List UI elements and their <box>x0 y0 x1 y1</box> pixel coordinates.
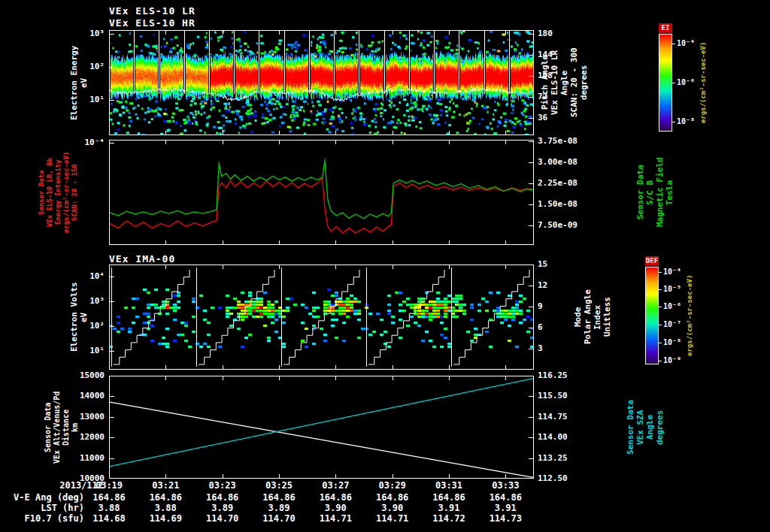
table-value: 3.91 <box>484 503 526 513</box>
time-tick-label: 03:31 <box>430 481 468 491</box>
table-row-label: LST (hr) <box>14 503 84 513</box>
table-value: 164.86 <box>314 493 356 503</box>
colorbar-tick-label: 10⁻⁹ <box>663 356 681 365</box>
axis-tick-label: 11000 <box>64 454 105 463</box>
table-value: 114.71 <box>314 514 356 524</box>
panel1-title-line1: VEx ELS-10 LR <box>109 5 196 17</box>
colorbar-tick-mark <box>659 307 662 307</box>
ima-spectrogram-canvas <box>109 264 534 370</box>
axis-tick-label: 36 <box>538 113 547 122</box>
table-value: 164.86 <box>144 493 186 503</box>
table-value: 3.88 <box>144 503 186 513</box>
axis-tick-label: 15000 <box>64 371 105 380</box>
table-value: 114.72 <box>428 514 470 524</box>
table-value: 164.86 <box>88 493 130 503</box>
colorbar-tick-label: 10⁻⁶ <box>677 78 695 87</box>
axis-tick-label: 115.50 <box>538 391 568 401</box>
axis-tick-label: 3.00e-08 <box>538 158 578 167</box>
axis-tick-label: 12000 <box>64 433 105 442</box>
table-value: 3.88 <box>88 503 130 513</box>
axis-tick-label: 12 <box>538 281 547 290</box>
axis-tick-label: 15 <box>538 260 547 269</box>
table-value: 164.86 <box>202 493 244 503</box>
axis-tick-label: 108 <box>538 71 553 80</box>
vex-tplot-display: VEx ELS-10 LR VEx ELS-10 HR VEx IMA-00 E… <box>0 0 770 532</box>
colorbar-tick-label: 10⁻⁷ <box>663 320 681 329</box>
axis-tick-label: 10¹ <box>64 95 105 104</box>
axis-tick-label: 3.75e-08 <box>538 137 578 146</box>
axis-tick-label: 10² <box>64 322 105 331</box>
colorbar2 <box>645 267 659 364</box>
table-value: 3.89 <box>258 503 300 513</box>
intensity-bfield-canvas <box>109 140 534 245</box>
axis-tick-label: 10³ <box>64 297 105 306</box>
table-value: 164.86 <box>428 493 470 503</box>
table-value: 164.86 <box>484 493 526 503</box>
time-tick-label: 03:21 <box>147 481 184 491</box>
table-value: 3.90 <box>314 503 356 513</box>
colorbar-tick-label: 10⁻⁸ <box>663 338 681 347</box>
colorbar-tick-mark <box>659 289 662 290</box>
colorbar-tick-mark <box>659 325 662 325</box>
table-row-label: F10.7 (sfu) <box>14 514 84 524</box>
colorbar-tick-label: 10⁻⁴ <box>677 39 695 48</box>
table-value: 114.69 <box>144 514 186 524</box>
axis-tick-label: 10⁻⁴ <box>64 138 105 147</box>
axis-tick-label: 13000 <box>64 413 105 422</box>
time-tick-label: 03:27 <box>317 481 354 491</box>
axis-tick-label: 6 <box>538 323 543 332</box>
colorbar-tick-mark <box>672 122 675 122</box>
ima-spectrogram-panel <box>109 264 534 370</box>
axis-tick-label: 10² <box>64 62 105 71</box>
p2-left-axis-label: Sensor DataVEx ELS-10 LR, BkEnergy Inten… <box>38 140 79 245</box>
table-value: 3.91 <box>428 503 470 513</box>
colorbar-tick-mark <box>672 83 675 83</box>
colorbar2-header: DEF <box>645 256 659 266</box>
table-value: 164.86 <box>371 493 414 503</box>
table-value: 3.89 <box>202 503 244 513</box>
colorbar1-header: EI <box>659 23 672 33</box>
p4-right-axis-label: Sensor DataVEx SZAAngledegrees <box>626 376 665 479</box>
time-tick-label: 03:29 <box>374 481 411 491</box>
axis-tick-label: 116.25 <box>538 371 568 380</box>
colorbar-tick-label: 10⁻⁶ <box>663 302 681 311</box>
intensity-bfield-panel <box>109 140 534 245</box>
axis-tick-label: 3 <box>538 344 543 353</box>
table-value: 114.70 <box>202 514 244 524</box>
altitude-sza-panel <box>109 376 534 479</box>
axis-tick-label: 1.50e-08 <box>538 200 578 209</box>
p1-left-axis-label: Electron EnergyeV <box>69 30 89 135</box>
colorbar-tick-label: 10⁻⁵ <box>663 285 681 294</box>
panel1-title-line2: VEx ELS-10 HR <box>109 17 196 29</box>
colorbar2-units-label: ergs/(cm²-sr-sec-eV) <box>686 263 694 368</box>
axis-tick-label: 10⁴ <box>64 272 105 281</box>
els-spectrogram-canvas <box>109 30 534 135</box>
els-spectrogram-panel <box>109 30 534 135</box>
time-tick-label: 03:25 <box>260 481 298 491</box>
axis-tick-label: 10³ <box>64 29 105 38</box>
altitude-sza-canvas <box>109 376 534 479</box>
axis-tick-label: 10¹ <box>64 346 105 355</box>
colorbar-tick-label: 10⁻⁸ <box>677 117 695 126</box>
table-value: 114.71 <box>371 514 414 524</box>
table-row-label: V-E Ang (deg) <box>14 493 84 503</box>
table-value: 3.90 <box>371 503 414 513</box>
colorbar1 <box>659 34 672 131</box>
axis-tick-label: 7.50e-09 <box>538 221 578 230</box>
axis-tick-label: 114.00 <box>538 433 568 442</box>
axis-tick-label: 112.50 <box>538 474 568 483</box>
axis-tick-label: 144 <box>538 50 553 59</box>
p3-right-axis-label: ModePolar AngleIndexUnitless <box>573 264 612 370</box>
axis-tick-label: 113.25 <box>538 454 568 463</box>
colorbar-tick-mark <box>672 44 675 44</box>
table-value: 114.73 <box>484 514 526 524</box>
axis-tick-label: 180 <box>538 29 553 38</box>
colorbar-tick-mark <box>659 343 662 343</box>
axis-tick-label: 114.75 <box>538 413 568 422</box>
table-value: 114.68 <box>88 514 130 524</box>
axis-tick-label: 72 <box>538 92 547 101</box>
axis-tick-label: 2.25e-08 <box>538 179 578 188</box>
date-label: 2013/112 <box>14 481 103 491</box>
colorbar-tick-mark <box>659 361 662 361</box>
table-value: 164.86 <box>258 493 300 503</box>
